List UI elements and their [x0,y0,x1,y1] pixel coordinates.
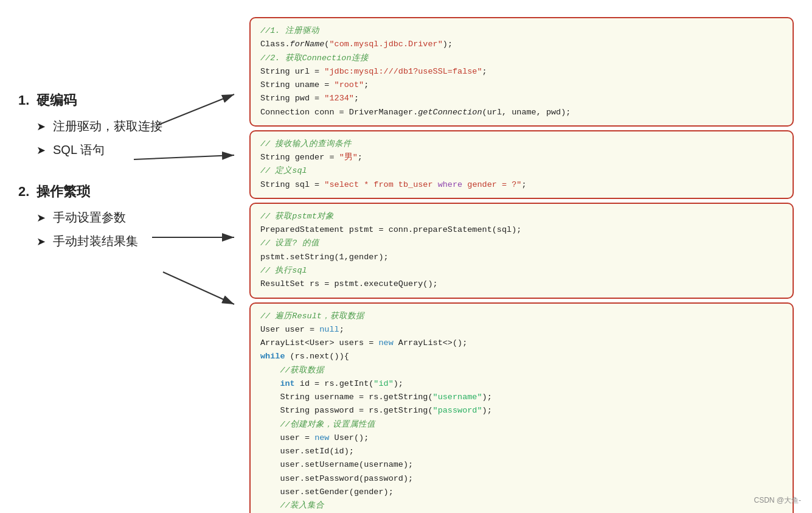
code-line: Connection conn = DriverManager.getConne… [260,106,783,119]
code-line: ArrayList<User> users = new ArrayList<>(… [260,337,783,350]
code-line: String sql = "select * from tb_user wher… [260,178,783,192]
code-line: // 接收输入的查询条件 [260,138,783,151]
left-panel: 1. 硬编码 ➤ 注册驱动，获取连接 ➤ SQL 语句 2. 操作繁琐 ➤ 手动… [18,12,213,501]
code-line: // 获取pstmt对象 [260,210,783,223]
arrow-icon-2: ➤ [36,144,46,157]
code-line: Class.forName("com.mysql.jdbc.Driver"); [260,38,783,51]
code-line: user.setPassword(password); [260,472,783,486]
code-line: String password = rs.getString("password… [260,404,783,417]
code-line: //创建对象，设置属性值 [260,418,783,431]
code-line: while (rs.next()){ [260,350,783,363]
code-line: //2. 获取Connection连接 [260,52,783,65]
section-2-title: 2. 操作繁琐 [18,183,213,201]
right-panel: //1. 注册驱动 Class.forName("com.mysql.jdbc.… [213,12,794,501]
code-line: user.setGender(gender); [260,486,783,499]
arrow-icon-1: ➤ [36,120,46,133]
main-container: 1. 硬编码 ➤ 注册驱动，获取连接 ➤ SQL 语句 2. 操作繁琐 ➤ 手动… [0,0,812,513]
code-line: String uname = "root"; [260,79,783,92]
section-2: 2. 操作繁琐 ➤ 手动设置参数 ➤ 手动封装结果集 [18,183,213,250]
bullet-item-1: ➤ 注册驱动，获取连接 [36,118,213,134]
code-line: user.setUsername(username); [260,458,783,472]
code-line: user = new User(); [260,431,783,445]
code-block-4: // 遍历Result，获取数据 User user = null; Array… [249,302,794,513]
code-line: // 遍历Result，获取数据 [260,310,783,323]
code-line: String username = rs.getString("username… [260,391,783,404]
bullet-item-3: ➤ 手动设置参数 [36,209,213,226]
code-line: User user = null; [260,323,783,337]
bullet-item-4: ➤ 手动封装结果集 [36,233,213,250]
code-line: // 执行sql [260,264,783,277]
code-line: user.setId(id); [260,445,783,458]
code-block-3: // 获取pstmt对象 PreparedStatement pstmt = c… [249,203,794,299]
arrow-icon-4: ➤ [36,235,46,248]
code-line: ResultSet rs = pstmt.executeQuery(); [260,277,783,291]
code-line: int id = rs.getInt("id"); [260,377,783,391]
arrow-icon-3: ➤ [36,211,46,225]
code-line: PreparedStatement pstmt = conn.prepareSt… [260,223,783,237]
code-line: pstmt.setString(1,gender); [260,251,783,264]
watermark: CSDN @大鱼- [754,495,801,506]
code-line: // 设置? 的值 [260,237,783,250]
code-line: // 定义sql [260,164,783,178]
bullet-item-2: ➤ SQL 语句 [36,142,213,158]
code-line: String gender = "男"; [260,151,783,164]
code-line: //装入集合 [260,499,783,512]
code-line: //1. 注册驱动 [260,24,783,38]
code-block-2: // 接收输入的查询条件 String gender = "男"; // 定义s… [249,130,794,199]
section-1: 1. 硬编码 ➤ 注册驱动，获取连接 ➤ SQL 语句 [18,91,213,158]
code-block-1: //1. 注册驱动 Class.forName("com.mysql.jdbc.… [249,17,794,127]
code-line: //获取数据 [260,364,783,377]
section-1-title: 1. 硬编码 [18,91,213,110]
code-line: String pwd = "1234"; [260,92,783,105]
code-line: String url = "jdbc:mysql:///db1?useSSL=f… [260,65,783,79]
